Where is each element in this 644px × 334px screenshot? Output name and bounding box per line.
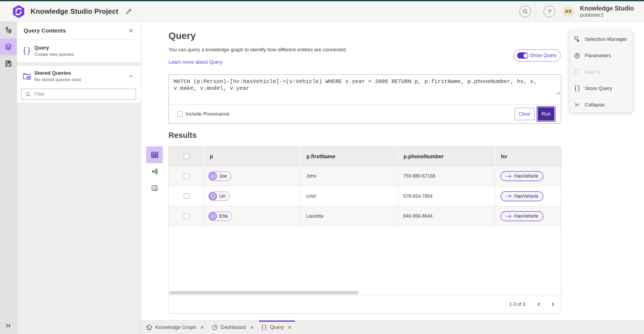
rail-save-button[interactable] [0, 55, 17, 72]
layers-icon [3, 42, 13, 52]
pagination-prev-button[interactable] [535, 300, 543, 308]
braces-icon [23, 46, 34, 56]
filter-search-icon [25, 92, 31, 97]
row-checkbox[interactable] [184, 214, 189, 219]
table-row: Uri Uriel 578-654-7854 HasVehicle [169, 186, 561, 206]
sidebar-item-stored-queries[interactable]: Stored Queries No stored queries exist [17, 66, 141, 86]
sidebar-close-button[interactable] [127, 27, 135, 35]
arrow-right-icon [506, 174, 511, 178]
tab-close-icon[interactable] [287, 324, 293, 330]
tool-selection-manager[interactable]: Selection Manager [569, 31, 632, 47]
sidebar-item-query[interactable]: Query Create new queries [17, 40, 141, 62]
left-icon-rail [0, 22, 17, 334]
entity-label: Joe [219, 173, 227, 179]
relationship-pill[interactable]: HasVehicle [500, 191, 543, 201]
select-all-checkbox[interactable] [184, 154, 189, 159]
search-button[interactable] [519, 6, 531, 17]
show-query-toggle[interactable]: Show Query [514, 49, 561, 62]
cell-firstname: John [301, 166, 398, 186]
include-provenance-label: Include Provenance [186, 111, 230, 117]
tool-collapse[interactable]: Collapse [569, 97, 632, 112]
app-logo-icon [12, 5, 25, 18]
table-row: Etta Lauretta 846-956-8644 HasVehicle [169, 206, 561, 226]
dashboard-icon [211, 324, 218, 331]
table-view-button[interactable] [146, 146, 163, 163]
collapse-section-button[interactable] [127, 72, 135, 80]
toggle-switch[interactable] [517, 52, 528, 59]
edit-title-button[interactable] [124, 7, 133, 16]
sidebar-item-stored-subtitle: No stored queries exist [34, 77, 81, 82]
tool-parameters[interactable]: Parameters [569, 48, 632, 63]
horizontal-scrollbar[interactable] [169, 291, 358, 294]
tab-knowledge-graph[interactable]: Knowledge Graph [144, 321, 207, 334]
tool-store-query[interactable]: Store Query [569, 81, 632, 96]
relationship-pill[interactable]: HasVehicle [500, 171, 543, 181]
chevron-up-icon [128, 74, 134, 79]
column-header-firstname[interactable]: p.firstName [301, 147, 398, 166]
graph-view-button[interactable] [146, 163, 163, 180]
pagination-count: 1-3 of 3 [509, 301, 525, 307]
tool-label: Add To [585, 69, 601, 75]
app-window: Knowledge Studio Project ? KS [0, 0, 644, 334]
tab-query[interactable]: Query [259, 321, 295, 334]
table-footer: 1-3 of 3 [169, 295, 561, 313]
column-header-p[interactable]: p [204, 147, 301, 166]
filter-box [21, 89, 136, 100]
row-checkbox[interactable] [184, 174, 189, 179]
table-empty-area [169, 226, 561, 295]
rail-layers-button[interactable] [0, 38, 17, 55]
query-textarea[interactable]: MATCH (p:Person)-[hv:HasVehicle]->(v:Veh… [169, 75, 561, 105]
avatar[interactable]: KS [563, 6, 574, 17]
entity-circle-icon [209, 192, 217, 200]
header-divider [536, 1, 536, 22]
schema-tree-icon [5, 27, 12, 34]
search-icon [522, 9, 528, 14]
tab-dashboard[interactable]: Dashboard [209, 321, 257, 334]
learn-more-link[interactable]: Learn more about Query [169, 59, 223, 65]
clear-button[interactable]: Clear [515, 108, 535, 120]
rail-expand-button[interactable] [0, 317, 17, 334]
run-button[interactable]: Run [538, 107, 554, 121]
entity-circle-icon [209, 172, 217, 180]
relationship-pill[interactable]: HasVehicle [500, 211, 543, 221]
tool-label: Selection Manager [585, 36, 627, 42]
sidebar-title: Query Contents [24, 27, 66, 34]
user-name: Knowledge Studio [580, 5, 634, 12]
relationship-label: HasVehicle [514, 213, 538, 219]
tool-label: Collapse [585, 102, 605, 108]
rail-data-model-button[interactable] [0, 22, 17, 38]
pencil-icon [125, 8, 132, 15]
chart-view-button[interactable] [146, 180, 163, 196]
results-heading: Results [169, 131, 197, 140]
chevron-left-icon [536, 302, 541, 307]
entity-circle-icon [209, 212, 217, 220]
entity-pill[interactable]: Uri [208, 192, 230, 201]
close-icon [128, 28, 134, 33]
gear-icon [574, 52, 580, 59]
resize-handle-icon[interactable] [530, 83, 560, 103]
column-header-phonenumber[interactable]: p.phoneNumber [398, 147, 495, 166]
sidebar-empty-area [17, 103, 141, 334]
row-checkbox[interactable] [184, 193, 189, 199]
app-header: Knowledge Studio Project ? KS [0, 1, 644, 22]
chevron-right-icon [550, 302, 555, 307]
entity-pill[interactable]: Etta [208, 212, 232, 221]
entity-pill[interactable]: Joe [208, 172, 231, 181]
relationship-label: HasVehicle [514, 193, 538, 199]
include-provenance-checkbox[interactable] [177, 111, 183, 117]
tab-label: Knowledge Graph [155, 324, 196, 330]
sidebar-item-query-title: Query [34, 45, 74, 51]
query-editor-box: MATCH (p:Person)-[hv:HasVehicle]->(v:Veh… [169, 74, 561, 124]
pagination-next-button[interactable] [548, 300, 557, 308]
tab-close-icon[interactable] [249, 324, 255, 330]
filter-input[interactable] [34, 91, 123, 97]
tab-close-icon[interactable] [199, 324, 205, 330]
help-button[interactable]: ? [544, 6, 555, 17]
cell-phonenumber: 846-956-8644 [398, 206, 495, 226]
bottom-tab-bar: Knowledge Graph Dashboard [141, 320, 644, 334]
column-header-hv[interactable]: hv [495, 147, 561, 166]
knowledge-graph-icon [146, 324, 152, 331]
double-chevron-right-icon [574, 102, 580, 108]
stored-queries-folder-icon [23, 72, 34, 81]
project-title: Knowledge Studio Project [31, 7, 118, 16]
